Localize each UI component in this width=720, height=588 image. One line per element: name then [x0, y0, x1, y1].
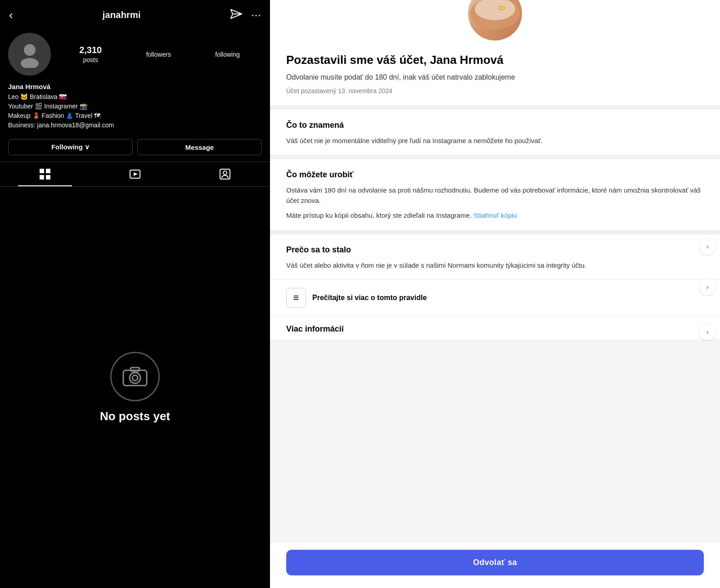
- more-info-heading: Viac informácií: [286, 324, 704, 334]
- camera-circle: [110, 352, 160, 401]
- suspension-notice-panel: Pozastavili sme váš účet, Jana Hrmová Od…: [270, 0, 720, 588]
- message-button[interactable]: Message: [137, 139, 262, 155]
- svg-point-13: [130, 373, 140, 383]
- download-link[interactable]: Stiahnuť kópiu: [473, 211, 517, 219]
- rule-link-label[interactable]: Prečítajte si viac o tomto pravidle: [312, 294, 427, 302]
- what-you-can-do-heading: Čo môžete urobiť: [286, 170, 704, 180]
- tab-grid[interactable]: [0, 162, 90, 186]
- followers-stat[interactable]: followers: [146, 51, 171, 58]
- rule-icon-box: ≡: [286, 288, 306, 308]
- no-posts-label: No posts yet: [100, 409, 170, 423]
- profile-stats-section: 2,310 posts followers following: [0, 27, 270, 80]
- svg-rect-7: [46, 175, 50, 180]
- profile-tabs: [0, 162, 270, 187]
- send-icon[interactable]: [230, 9, 242, 22]
- profile-avatar-right: [468, 0, 522, 40]
- empty-posts-area: No posts yet: [0, 187, 270, 588]
- notice-title: Pozastavili sme váš účet, Jana Hrmová: [286, 53, 704, 67]
- what-it-means-body: Váš účet nie je momentálne viditeľný pre…: [286, 135, 704, 146]
- notice-card: Pozastavili sme váš účet, Jana Hrmová Od…: [270, 40, 720, 105]
- following-button[interactable]: Following ∨: [8, 139, 133, 155]
- bio-line-4: Business: jana.hrmova18@gmail.com: [8, 121, 262, 130]
- stats-row: 2,310 posts followers following: [57, 45, 262, 63]
- tab-tagged[interactable]: [180, 162, 270, 186]
- header-actions: ⋯: [230, 9, 261, 22]
- notice-subtitle: Odvolanie musíte podať do 180 dní, inak …: [286, 72, 704, 82]
- why-happened-body: Váš účet alebo aktivita v ňom nie je v s…: [286, 260, 704, 270]
- rule-icon: ≡: [293, 292, 299, 304]
- download-text: Máte prístup ku kópii obsahu, ktorý ste …: [286, 211, 473, 219]
- svg-point-15: [132, 375, 138, 381]
- bio-name: Jana Hrmová: [8, 83, 262, 90]
- tab-video[interactable]: [90, 162, 180, 186]
- posts-stat: 2,310 posts: [79, 45, 102, 63]
- svg-marker-9: [134, 172, 138, 176]
- avatar: [8, 33, 51, 76]
- following-label: following: [215, 51, 239, 58]
- bio-line-2: Youtuber 🎬 Instagramer 📸: [8, 102, 262, 111]
- appeal-button[interactable]: Odvolať sa: [286, 550, 704, 575]
- bio-text: Leo 🐱 Bratislava 🇸🇰 Youtuber 🎬 Instagram…: [8, 92, 262, 130]
- divider-2: [270, 155, 720, 159]
- more-info-row: Viac informácií: [270, 316, 720, 339]
- what-you-can-do-body2: Máte prístup ku kópii obsahu, ktorý ste …: [286, 210, 704, 220]
- back-button[interactable]: ‹: [9, 8, 13, 22]
- svg-rect-5: [46, 169, 50, 173]
- notice-date: Účet pozastavený 13. novembra 2024: [286, 87, 704, 94]
- what-it-means-section: Čo to znamená Váš účet nie je momentálne…: [270, 110, 720, 155]
- scroll-indicator-3: ›: [699, 324, 716, 340]
- bio-line-1: Leo 🐱 Bratislava 🇸🇰: [8, 92, 262, 102]
- svg-point-2: [24, 44, 36, 56]
- what-you-can-do-body1: Ostáva vám 180 dní na odvolanie sa proti…: [286, 185, 704, 206]
- svg-point-3: [21, 58, 39, 68]
- svg-rect-14: [130, 368, 140, 371]
- posts-count: 2,310: [79, 45, 102, 55]
- why-happened-heading: Prečo sa to stalo: [286, 245, 704, 255]
- svg-point-11: [223, 171, 227, 175]
- svg-rect-4: [40, 169, 44, 173]
- action-buttons: Following ∨ Message: [0, 135, 270, 162]
- svg-point-19: [500, 7, 504, 9]
- followers-label: followers: [146, 51, 171, 58]
- bio-section: Jana Hrmová Leo 🐱 Bratislava 🇸🇰 Youtuber…: [0, 80, 270, 135]
- scroll-indicator-2: ›: [699, 279, 716, 295]
- rule-link-row[interactable]: ≡ Prečítajte si viac o tomto pravidle: [270, 279, 720, 316]
- bio-line-3: Makeup 💄 Fashion 👗 Travel 🗺: [8, 111, 262, 121]
- posts-label: posts: [83, 56, 98, 63]
- what-you-can-do-section: Čo môžete urobiť Ostáva vám 180 dní na o…: [270, 159, 720, 230]
- what-it-means-heading: Čo to znamená: [286, 121, 704, 130]
- svg-rect-6: [40, 175, 44, 180]
- why-happened-section: Prečo sa to stalo Váš účet alebo aktivit…: [270, 234, 720, 279]
- bottom-cta-area: Odvolať sa: [270, 542, 720, 588]
- following-stat[interactable]: following: [215, 51, 239, 58]
- top-avatar-area: [270, 0, 720, 40]
- more-options-icon[interactable]: ⋯: [251, 9, 261, 21]
- username-label: janahrmi: [103, 10, 141, 20]
- profile-header: ‹ janahrmi ⋯: [0, 0, 270, 27]
- divider-3: [270, 230, 720, 234]
- scroll-indicator-1: ›: [699, 238, 716, 255]
- instagram-profile-panel: ‹ janahrmi ⋯ 2,310 posts: [0, 0, 270, 588]
- divider-1: [270, 105, 720, 110]
